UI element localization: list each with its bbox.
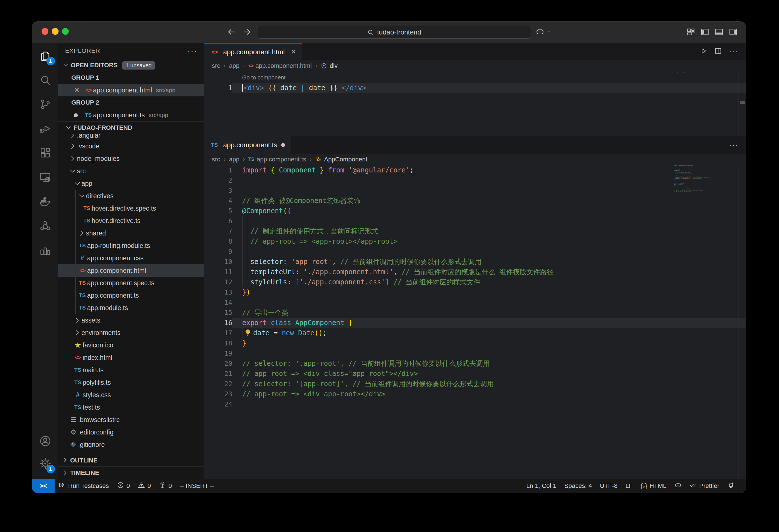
editor-ts-content[interactable]: 1import { Component } from '@angular/cor… (204, 165, 746, 479)
breadcrumb-app[interactable]: app (229, 62, 240, 70)
status-ports[interactable]: 0 (155, 479, 176, 493)
panel-right-icon[interactable] (728, 27, 738, 37)
activity-accounts[interactable] (38, 434, 53, 449)
status-eol[interactable]: LF (621, 479, 637, 493)
code-line-23: 23// app-root => <div app-root></div> (204, 389, 746, 399)
tree-item-assets[interactable]: assets (58, 314, 204, 327)
status-indentation[interactable]: Spaces: 4 (560, 479, 596, 493)
editor-html-content[interactable]: Go to component 1<div> {{ date | date }}… (204, 71, 746, 136)
close-window-button[interactable] (42, 28, 48, 35)
status-notifications[interactable] (723, 479, 738, 493)
tree-item-.vscode[interactable]: .vscode (58, 140, 204, 152)
open-editor-app.component.html[interactable]: ✕ <>app.component.htmlsrc/app (58, 84, 204, 96)
zoom-window-button[interactable] (62, 28, 69, 35)
status-remote-indicator[interactable]: >< (32, 479, 55, 493)
tree-item-favicon.ico[interactable]: ★favicon.ico (58, 339, 204, 351)
layout-grid-icon[interactable] (686, 27, 696, 37)
chevron-down-icon (546, 29, 552, 36)
breadcrumb-src[interactable]: src (212, 156, 220, 163)
tree-item-.gitignore[interactable]: .gitignore (58, 439, 204, 451)
breadcrumb-AppComponent[interactable]: AppComponent (315, 156, 367, 163)
tree-item-styles.css[interactable]: #styles.css (58, 389, 204, 401)
unsaved-dot-icon[interactable] (74, 111, 83, 119)
breadcrumb-div[interactable]: div (320, 62, 338, 70)
play-icon[interactable] (700, 47, 708, 56)
minimize-window-button[interactable] (52, 28, 59, 35)
activity-extensions[interactable] (38, 146, 53, 161)
tree-item-hover.directive.ts[interactable]: TShover.directive.ts (58, 214, 204, 227)
tree-item-shared[interactable]: shared (58, 227, 204, 240)
activity-search[interactable] (38, 73, 53, 88)
copilot-icon (535, 27, 544, 37)
activity-source-control[interactable] (38, 97, 53, 112)
tree-item-.browserslistrc[interactable]: ☰.browserslistrc (58, 413, 204, 426)
split-editor-icon[interactable] (714, 47, 722, 56)
tree-item-app.component.ts[interactable]: TSapp.component.ts (58, 289, 204, 302)
warning-icon (138, 481, 145, 490)
tree-item-test.ts[interactable]: TStest.ts (58, 401, 204, 413)
tree-item-polyfills.ts[interactable]: TSpolyfills.ts (58, 376, 204, 389)
tree-item-app.component.html[interactable]: <>app.component.html (58, 264, 204, 277)
unsaved-dot-icon[interactable] (281, 143, 285, 147)
tree-item-directives[interactable]: directives (58, 190, 204, 202)
activity-settings[interactable]: 1 (38, 457, 53, 471)
ellipsis-icon[interactable]: ··· (729, 47, 738, 56)
lightbulb-icon[interactable] (244, 328, 252, 337)
status-copilot-status[interactable] (670, 479, 686, 493)
status-formatter[interactable]: Prettier (686, 479, 723, 493)
close-icon[interactable]: ✕ (74, 86, 83, 94)
breadcrumb-app[interactable]: app (229, 156, 240, 163)
editor-group-label: GROUP 1 (58, 71, 204, 84)
tree-item-app.module.ts[interactable]: TSapp.module.ts (58, 302, 204, 314)
breadcrumb: src› app› <> app.component.html› div (204, 60, 746, 71)
breadcrumb-app.component.ts[interactable]: TS app.component.ts (248, 156, 306, 163)
activity-remote-explorer[interactable] (38, 171, 53, 185)
tab-app-component-ts[interactable]: TS app.component.ts (204, 136, 291, 154)
forward-icon[interactable] (242, 27, 252, 37)
tree-item-.editorconfig[interactable]: ⚙.editorconfig (58, 426, 204, 439)
tree-item-hover.directive.spec.ts[interactable]: TShover.directive.spec.ts (58, 202, 204, 214)
status-vim-mode[interactable]: -- INSERT -- (176, 479, 218, 493)
tree-item-main.ts[interactable]: TSmain.ts (58, 364, 204, 376)
tree-item-app-routing.module.ts[interactable]: TSapp-routing.module.ts (58, 240, 204, 252)
back-icon[interactable] (227, 27, 236, 37)
tree-item-index.html[interactable]: <>index.html (58, 351, 204, 364)
activity-charts-extension[interactable] (38, 243, 53, 258)
more-actions-icon[interactable]: ··· (187, 46, 197, 55)
breadcrumb-app.component.html[interactable]: <> app.component.html (248, 62, 312, 70)
tree-item-src[interactable]: src (58, 165, 204, 177)
tree-item-environments[interactable]: environments (58, 327, 204, 339)
open-editor-app.component.ts[interactable]: TSapp.component.tssrc/app (58, 109, 204, 121)
status-warnings[interactable]: 0 (134, 479, 155, 493)
tree-item-app.component.css[interactable]: #app.component.css (58, 252, 204, 264)
status-run-testcases[interactable]: Run Testcases (55, 479, 113, 493)
activity-circles-extension[interactable] (38, 219, 53, 234)
section-TIMELINE[interactable]: TIMELINE (58, 466, 204, 479)
tree-item-app.component.spec.ts[interactable]: TSapp.component.spec.ts (58, 277, 204, 289)
code-line-19: 19 (204, 348, 746, 358)
tab-app-component-html[interactable]: <> app.component.html ✕ (204, 43, 302, 60)
activity-docker[interactable] (38, 195, 53, 209)
breadcrumb-src[interactable]: src (212, 62, 220, 70)
tree-item-.angular[interactable]: .angular (58, 134, 204, 140)
status-language-mode[interactable]: {×} HTML (637, 479, 670, 493)
open-editors-header[interactable]: OPEN EDITORS 1 unsaved (58, 59, 204, 71)
tree-item-node_modules[interactable]: node_modules (58, 152, 204, 165)
project-section-header[interactable]: FUDAO-FRONTEND (58, 121, 204, 134)
section-OUTLINE[interactable]: OUTLINE (58, 454, 204, 466)
tree-item-app[interactable]: app (58, 177, 204, 190)
panel-bottom-icon[interactable] (714, 27, 724, 37)
activity-run-debug[interactable] (38, 122, 53, 137)
ellipsis-icon[interactable]: ··· (729, 140, 738, 149)
minimap[interactable]: <div> {{ date | date }} </div> (674, 71, 724, 134)
codelens-link[interactable]: Go to component (242, 74, 285, 81)
command-center-search[interactable]: fudao-frontend (257, 26, 531, 39)
assistant-menu[interactable] (535, 27, 552, 37)
status-encoding[interactable]: UTF-8 (596, 479, 621, 493)
scrollbar-thumb[interactable] (740, 101, 745, 104)
activity-explorer[interactable]: 1 (38, 49, 53, 64)
status-cursor-position[interactable]: Ln 1, Col 1 (522, 479, 560, 493)
close-icon[interactable]: ✕ (291, 48, 296, 56)
panel-left-icon[interactable] (700, 27, 710, 37)
status-errors[interactable]: 0 (113, 479, 134, 493)
